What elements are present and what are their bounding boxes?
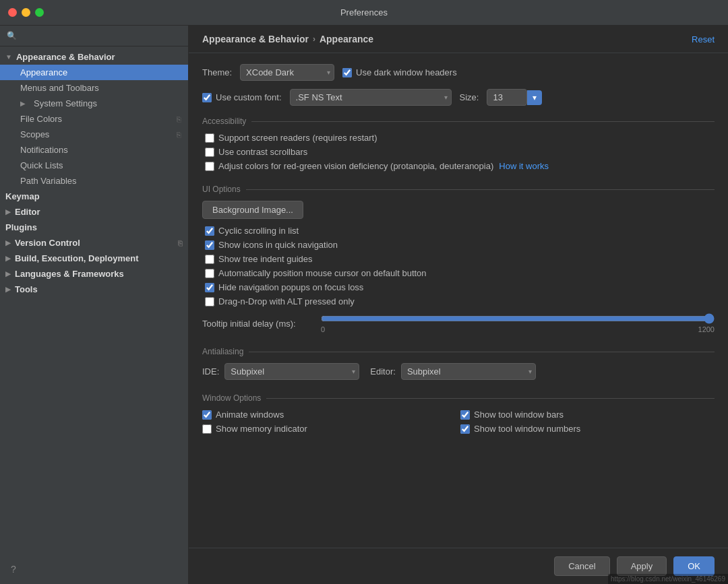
sidebar-section-label: Tools [15,284,38,294]
size-dropdown-button[interactable]: ▾ [527,90,542,105]
ide-antialiasing-item: IDE: Subpixel Greyscale None ▾ [202,363,359,380]
tooltip-delay-slider[interactable] [321,313,715,324]
breadcrumb-arrow-icon: › [313,34,315,44]
show-tool-window-numbers-label[interactable]: Show tool window numbers [460,424,715,434]
search-input[interactable] [21,31,181,40]
window-options-title: Window Options [202,393,715,403]
sidebar-item-appearance-behavior[interactable]: ▼ Appearance & Behavior [0,49,188,65]
cyclic-scrolling-checkbox[interactable] [205,226,214,236]
tooltip-delay-row: Tooltip initial delay (ms): 0 1200 [202,313,715,333]
show-tree-indent-label[interactable]: Show tree indent guides [205,254,715,264]
screen-readers-checkbox[interactable] [205,133,214,143]
show-icons-quick-nav-checkbox[interactable] [205,240,214,250]
dark-window-headers-label[interactable]: Use dark window headers [342,67,457,77]
show-tool-window-numbers-checkbox[interactable] [460,424,470,434]
tooltip-delay-label: Tooltip initial delay (ms): [202,319,310,329]
sidebar-section-label: Plugins [5,222,37,232]
copy-icon: ⎘ [178,239,183,247]
auto-position-mouse-label[interactable]: Automatically position mouse cursor on d… [205,268,715,278]
sidebar-item-editor[interactable]: ▶ Editor [0,204,188,220]
tooltip-delay-slider-container: 0 1200 [321,313,715,333]
sidebar: 🔍 ▼ Appearance & Behavior Appearance Men… [0,26,189,584]
sidebar-section-label: Build, Execution, Deployment [15,253,138,263]
size-select[interactable]: 13 10 11 12 14 16 18 [487,89,527,106]
main-container: 🔍 ▼ Appearance & Behavior Appearance Men… [0,26,728,584]
animate-windows-checkbox[interactable] [202,410,212,420]
close-button[interactable] [8,8,17,17]
editor-antialiasing-item: Editor: Subpixel Greyscale None ▾ [370,363,536,380]
theme-select[interactable]: XCode Dark Darcula IntelliJ Light High C… [240,64,334,81]
editor-antialiasing-select[interactable]: Subpixel Greyscale None [401,363,536,380]
cancel-button[interactable]: Cancel [554,556,609,576]
sidebar-item-tools[interactable]: ▶ Tools [0,282,188,297]
ui-options-title: UI Options [202,185,715,194]
sidebar-item-menus-toolbars[interactable]: Menus and Toolbars [0,80,188,96]
drag-n-drop-label[interactable]: Drag-n-Drop with ALT pressed only [205,296,715,306]
how-it-works-link[interactable]: How it works [499,161,549,171]
minimize-button[interactable] [22,8,30,17]
show-tool-window-bars-label[interactable]: Show tool window bars [460,410,715,420]
hide-nav-popups-checkbox[interactable] [205,283,214,292]
sidebar-item-system-settings[interactable]: ▶ System Settings [0,96,188,111]
ide-antialiasing-label: IDE: [202,366,219,377]
show-memory-indicator-checkbox[interactable] [202,424,212,434]
color-deficiency-label[interactable]: Adjust colors for red-green vision defic… [205,161,493,171]
auto-position-mouse-text: Automatically position mouse cursor on d… [218,268,427,278]
cyclic-scrolling-label[interactable]: Cyclic scrolling in list [205,226,715,236]
show-tool-window-bars-checkbox[interactable] [460,410,470,420]
sidebar-item-appearance[interactable]: Appearance [0,65,188,80]
custom-font-text: Use custom font: [216,92,282,102]
color-deficiency-text: Adjust colors for red-green vision defic… [218,161,493,171]
sidebar-section-label: Version Control [15,238,80,248]
sidebar-nav: ▼ Appearance & Behavior Appearance Menus… [0,46,188,584]
expand-arrow-icon: ▶ [5,255,11,262]
drag-n-drop-text: Drag-n-Drop with ALT pressed only [218,296,355,306]
slider-track [321,313,715,324]
breadcrumb-current: Appearance [320,34,373,44]
sidebar-section-label: Languages & Frameworks [15,269,124,279]
show-memory-indicator-label[interactable]: Show memory indicator [202,424,456,434]
sidebar-item-plugins[interactable]: Plugins [0,220,188,235]
contrast-scrollbars-checkbox[interactable] [205,148,214,157]
dark-window-headers-checkbox[interactable] [342,68,352,77]
expand-arrow-icon: ▶ [5,270,11,278]
sidebar-item-version-control[interactable]: ▶ Version Control ⎘ [0,235,188,251]
window-options-grid: Animate windows Show tool window bars Sh… [202,410,715,434]
screen-readers-label[interactable]: Support screen readers (requires restart… [205,133,377,143]
font-select[interactable]: .SF NS Text Arial Helvetica Courier New [290,89,452,106]
auto-position-mouse-checkbox[interactable] [205,269,214,278]
sidebar-item-notifications[interactable]: Notifications [0,142,188,158]
antialiasing-section: Antialiasing IDE: Subpixel Greyscale Non… [202,347,715,380]
theme-select-wrapper: XCode Dark Darcula IntelliJ Light High C… [240,64,334,81]
sidebar-item-build-execution[interactable]: ▶ Build, Execution, Deployment [0,251,188,266]
sidebar-item-keymap[interactable]: Keymap [0,189,188,204]
show-icons-quick-nav-label[interactable]: Show icons in quick navigation [205,240,715,250]
color-deficiency-checkbox[interactable] [205,162,214,171]
animate-windows-label[interactable]: Animate windows [202,410,456,420]
drag-n-drop-checkbox[interactable] [205,297,214,306]
background-image-button[interactable]: Background Image... [202,201,303,219]
contrast-scrollbars-row: Use contrast scrollbars [205,147,715,157]
help-button[interactable]: ? [11,564,16,575]
sidebar-item-path-variables[interactable]: Path Variables [0,173,188,189]
sidebar-item-file-colors[interactable]: File Colors ⎘ [0,111,188,127]
custom-font-row: Use custom font: .SF NS Text Arial Helve… [202,89,715,106]
sidebar-item-label: Appearance [20,67,67,77]
maximize-button[interactable] [35,8,44,17]
contrast-scrollbars-label[interactable]: Use contrast scrollbars [205,147,307,157]
sidebar-item-quick-lists[interactable]: Quick Lists [0,158,188,173]
sidebar-item-languages-frameworks[interactable]: ▶ Languages & Frameworks [0,266,188,282]
ide-antialiasing-select[interactable]: Subpixel Greyscale None [224,363,359,380]
show-tool-window-numbers-text: Show tool window numbers [474,424,580,434]
expand-arrow-icon: ▶ [20,100,26,107]
show-tree-indent-checkbox[interactable] [205,255,214,264]
custom-font-label[interactable]: Use custom font: [202,92,282,102]
hide-nav-popups-label[interactable]: Hide navigation popups on focus loss [205,282,715,292]
apply-button[interactable]: Apply [617,556,667,576]
slider-min-value: 0 [321,325,325,333]
ok-button[interactable]: OK [673,556,715,576]
custom-font-checkbox[interactable] [202,93,212,102]
reset-button[interactable]: Reset [692,34,715,44]
sidebar-item-scopes[interactable]: Scopes ⎘ [0,127,188,142]
antialiasing-title: Antialiasing [202,347,715,356]
